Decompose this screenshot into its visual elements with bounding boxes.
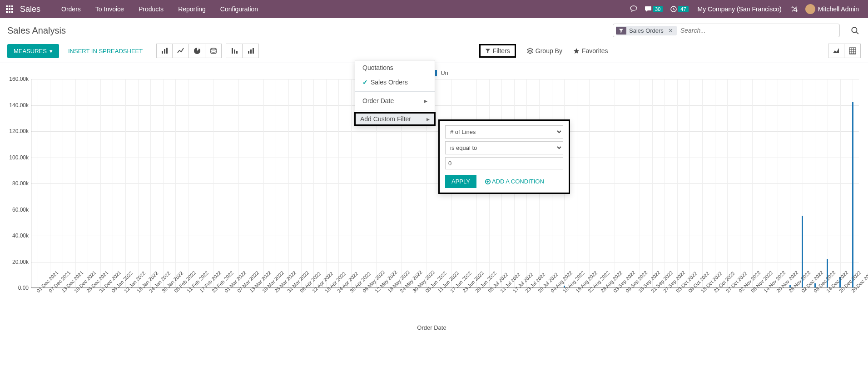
- bar-chart-icon[interactable]: [156, 44, 173, 58]
- svg-rect-8: [11, 11, 13, 13]
- phone-icon[interactable]: [626, 5, 641, 13]
- search-facet: Sales Orders ✕: [616, 26, 677, 35]
- search-icon[interactable]: [849, 26, 861, 35]
- menu-configuration[interactable]: Configuration: [213, 5, 265, 13]
- check-icon: ✓: [362, 79, 368, 86]
- svg-rect-13: [166, 48, 168, 54]
- svg-rect-2: [11, 5, 13, 7]
- menu-reporting[interactable]: Reporting: [171, 5, 213, 13]
- favorites-label: Favorites: [582, 47, 608, 54]
- filter-order-date[interactable]: Order Date ▸: [355, 94, 435, 108]
- y-tick-label: 80.00k: [5, 180, 29, 187]
- bar[interactable]: [852, 102, 853, 287]
- svg-rect-18: [248, 51, 249, 54]
- top-nav: Sales Orders To Invoice Products Reporti…: [0, 0, 868, 18]
- activity-icon[interactable]: 47: [666, 5, 692, 13]
- caret-down-icon: ▾: [50, 48, 53, 54]
- star-icon: [573, 48, 580, 54]
- menu-to-invoice[interactable]: To Invoice: [88, 5, 131, 13]
- svg-rect-6: [6, 11, 8, 13]
- activity-badge: 47: [678, 6, 688, 12]
- svg-rect-12: [164, 49, 165, 54]
- sort-asc-icon[interactable]: [243, 44, 259, 58]
- header-row: Sales Analysis Sales Orders ✕: [0, 18, 868, 41]
- line-chart-icon[interactable]: [173, 44, 189, 58]
- menu-orders[interactable]: Orders: [54, 5, 88, 13]
- y-tick-label: 20.00k: [5, 259, 29, 265]
- svg-rect-11: [162, 51, 163, 54]
- avatar: [805, 4, 815, 14]
- apply-button[interactable]: APPLY: [445, 175, 476, 188]
- svg-rect-7: [9, 11, 10, 13]
- apps-icon[interactable]: [5, 5, 14, 13]
- search-options: Filters Group By Favorites: [479, 44, 608, 58]
- legend-label: Un: [441, 69, 448, 76]
- measures-button[interactable]: MEASURES ▾: [7, 44, 59, 58]
- y-tick-label: 40.00k: [5, 233, 29, 239]
- search-facet-label: Sales Orders: [626, 27, 666, 34]
- y-tick-label: 120.00k: [5, 128, 29, 134]
- plus-circle-icon: [485, 178, 491, 185]
- add-custom-filter[interactable]: Add Custom Filter ▸: [354, 112, 436, 126]
- close-icon[interactable]: ✕: [666, 27, 675, 34]
- stacked-icon[interactable]: [205, 44, 222, 58]
- y-tick-label: 60.00k: [5, 207, 29, 213]
- user-menu[interactable]: Mitchell Admin: [802, 4, 863, 14]
- user-name: Mitchell Admin: [818, 5, 859, 13]
- svg-rect-17: [236, 51, 238, 54]
- svg-rect-16: [234, 49, 235, 54]
- funnel-icon: [485, 48, 491, 54]
- messaging-badge: 30: [653, 6, 663, 12]
- view-switcher: [828, 44, 861, 58]
- svg-rect-4: [9, 8, 10, 10]
- chart-type-toolbar: [156, 44, 259, 58]
- filter-value-input[interactable]: [445, 157, 563, 169]
- custom-filter-panel: # of Lines is equal to APPLY ADD A CONDI…: [438, 119, 570, 194]
- filter-sales-orders[interactable]: ✓Sales Orders: [355, 75, 435, 89]
- pivot-view-icon[interactable]: [844, 44, 861, 58]
- filter-operator-select[interactable]: is equal to: [445, 141, 563, 154]
- svg-rect-0: [6, 5, 8, 7]
- filters-dropdown: Quotations ✓Sales Orders Order Date ▸ Ad…: [355, 60, 435, 126]
- favorites-button[interactable]: Favorites: [573, 47, 608, 54]
- add-condition-button[interactable]: ADD A CONDITION: [485, 178, 544, 185]
- pie-chart-icon[interactable]: [189, 44, 205, 58]
- groupby-button[interactable]: Group By: [527, 47, 562, 54]
- filters-label: Filters: [493, 47, 510, 54]
- y-tick-label: 0.00: [5, 285, 29, 291]
- company-selector[interactable]: My Company (San Francisco): [692, 5, 787, 13]
- filter-field-select[interactable]: # of Lines: [445, 125, 563, 139]
- separator: [355, 91, 435, 92]
- page-title: Sales Analysis: [7, 25, 66, 36]
- layers-icon: [527, 48, 533, 54]
- funnel-icon: [616, 27, 626, 35]
- svg-rect-19: [250, 49, 252, 54]
- separator: [355, 110, 435, 110]
- chevron-right-icon: ▸: [424, 97, 427, 104]
- groupby-label: Group By: [536, 47, 562, 54]
- svg-rect-15: [232, 48, 233, 54]
- y-tick-label: 100.00k: [5, 154, 29, 161]
- y-tick-label: 140.00k: [5, 102, 29, 109]
- filter-quotations[interactable]: Quotations: [355, 60, 435, 75]
- svg-rect-3: [6, 8, 8, 10]
- svg-rect-20: [253, 48, 254, 54]
- bar[interactable]: [827, 259, 828, 287]
- svg-rect-5: [11, 8, 13, 10]
- graph-view-icon[interactable]: [828, 44, 844, 58]
- insert-spreadsheet-button[interactable]: INSERT IN SPREADSHEET: [64, 48, 147, 54]
- messaging-icon[interactable]: 30: [641, 5, 666, 13]
- filters-button[interactable]: Filters: [479, 44, 516, 58]
- sort-desc-icon[interactable]: [226, 44, 243, 58]
- svg-point-14: [211, 48, 216, 50]
- chevron-right-icon: ▸: [427, 115, 430, 123]
- y-tick-label: 160.00k: [5, 76, 29, 82]
- svg-point-10: [852, 27, 857, 32]
- search-box[interactable]: Sales Orders ✕: [613, 24, 840, 37]
- app-brand[interactable]: Sales: [20, 5, 40, 14]
- x-axis-labels: 01 Dec 202107 Dec 202113 Dec 202119 Dec …: [31, 288, 859, 329]
- menu-products[interactable]: Products: [131, 5, 171, 13]
- measures-label: MEASURES: [14, 48, 47, 54]
- debug-icon[interactable]: [787, 5, 802, 13]
- search-input[interactable]: [677, 25, 837, 36]
